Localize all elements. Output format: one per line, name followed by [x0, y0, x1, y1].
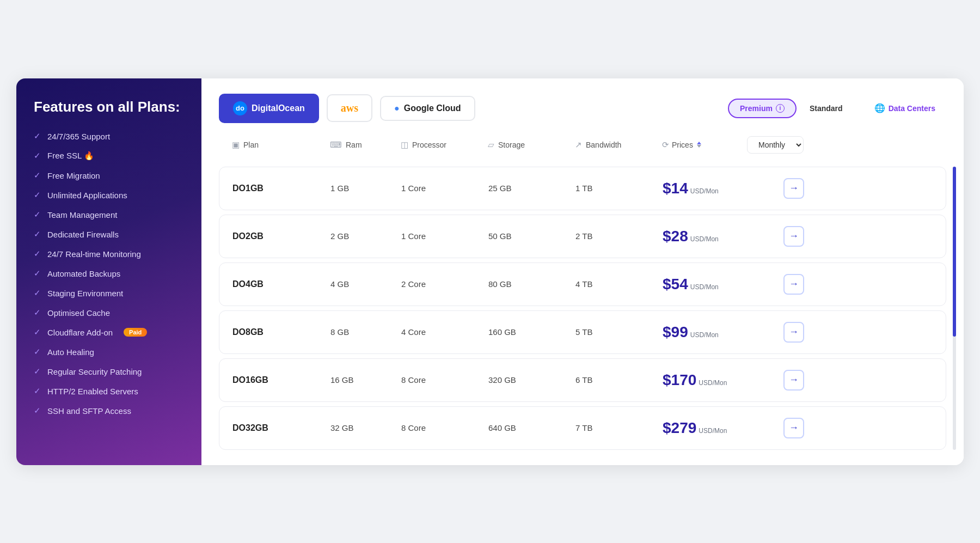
- plan-row-do8gb[interactable]: DO8GB 8 GB 4 Core 160 GB 5 TB $99 USD/Mo…: [219, 310, 946, 354]
- feature-item-cloudflare: ✓ Cloudflare Add-on Paid: [34, 327, 184, 337]
- do-logo: do: [233, 101, 247, 115]
- gc-icon: ●: [394, 103, 400, 113]
- plan-ram-do2gb: 2 GB: [330, 231, 401, 241]
- scroll-thumb: [953, 167, 956, 337]
- sidebar-title: Features on all Plans:: [34, 98, 184, 117]
- select-plan-btn-do16gb[interactable]: →: [783, 370, 804, 391]
- check-icon-firewalls: ✓: [34, 229, 41, 239]
- sort-icon: [697, 142, 701, 148]
- price-unit-do32gb: USD/Mon: [699, 427, 727, 435]
- select-plan-btn-do1gb[interactable]: →: [783, 178, 804, 199]
- feature-item-security: ✓ Regular Security Patching: [34, 367, 184, 376]
- check-icon-cloudflare: ✓: [34, 327, 41, 337]
- plan-storage-do16gb: 320 GB: [488, 375, 575, 385]
- th-storage: ▱ Storage: [488, 140, 575, 150]
- plan-name-do2gb: DO2GB: [232, 231, 330, 241]
- th-plan: ▣ Plan: [232, 140, 330, 150]
- price-main-do16gb: $170: [663, 371, 696, 389]
- th-storage-label: Storage: [498, 141, 525, 149]
- feature-label-monitoring: 24/7 Real-time Monitoring: [47, 249, 141, 259]
- feature-label-team: Team Management: [47, 210, 117, 219]
- plan-icon: ▣: [232, 140, 240, 150]
- storage-icon: ▱: [488, 140, 494, 150]
- price-main-do32gb: $279: [663, 419, 696, 437]
- check-icon-sftp: ✓: [34, 406, 41, 416]
- plan-bandwidth-do32gb: 7 TB: [575, 423, 663, 432]
- th-ram-label: Ram: [346, 141, 362, 149]
- plan-ram-do32gb: 32 GB: [330, 423, 401, 432]
- sidebar: Features on all Plans: ✓ 24/7/365 Suppor…: [16, 78, 201, 465]
- top-right-controls: Premium i Standard 🌐 Data Centers: [728, 99, 946, 118]
- plan-name-do8gb: DO8GB: [232, 327, 330, 337]
- provider-btn-googlecloud[interactable]: ● Google Cloud: [380, 96, 475, 121]
- feature-item-http2: ✓ HTTP/2 Enabled Servers: [34, 386, 184, 396]
- feature-label-migration: Free Migration: [47, 171, 100, 180]
- feature-label-backups: Automated Backups: [47, 269, 120, 278]
- provider-btn-digitalocean[interactable]: do DigitalOcean: [219, 94, 319, 123]
- plan-processor-do1gb: 1 Core: [401, 184, 488, 193]
- premium-info-icon[interactable]: i: [776, 104, 785, 113]
- price-unit-do1gb: USD/Mon: [690, 187, 719, 195]
- main-container: Features on all Plans: ✓ 24/7/365 Suppor…: [16, 78, 964, 465]
- feature-item-firewalls: ✓ Dedicated Firewalls: [34, 229, 184, 239]
- select-plan-btn-do2gb[interactable]: →: [783, 226, 804, 247]
- plan-processor-do16gb: 8 Core: [401, 375, 488, 385]
- plan-row-do2gb[interactable]: DO2GB 2 GB 1 Core 50 GB 2 TB $28 USD/Mon…: [219, 215, 946, 258]
- standard-btn[interactable]: Standard: [799, 100, 854, 117]
- prices-icon: ⟳: [662, 140, 669, 150]
- th-bandwidth-label: Bandwidth: [586, 141, 621, 149]
- plan-rows: DO1GB 1 GB 1 Core 25 GB 1 TB $14 USD/Mon…: [219, 167, 946, 450]
- plan-name-do16gb: DO16GB: [232, 375, 330, 385]
- plan-storage-do1gb: 25 GB: [488, 184, 575, 193]
- plan-bandwidth-do1gb: 1 TB: [575, 184, 663, 193]
- plan-row-do4gb[interactable]: DO4GB 4 GB 2 Core 80 GB 4 TB $54 USD/Mon…: [219, 263, 946, 306]
- plan-ram-do16gb: 16 GB: [330, 375, 401, 385]
- feature-label-sftp: SSH and SFTP Access: [47, 406, 131, 416]
- plan-processor-do2gb: 1 Core: [401, 231, 488, 241]
- price-unit-do4gb: USD/Mon: [690, 283, 719, 291]
- plan-price-do1gb: $14 USD/Mon: [663, 180, 771, 197]
- select-plan-btn-do8gb[interactable]: →: [783, 322, 804, 343]
- select-plan-btn-do4gb[interactable]: →: [783, 274, 804, 295]
- plan-row-do1gb[interactable]: DO1GB 1 GB 1 Core 25 GB 1 TB $14 USD/Mon…: [219, 167, 946, 210]
- billing-period-select[interactable]: MonthlyYearly: [747, 136, 804, 154]
- check-icon-apps: ✓: [34, 190, 41, 200]
- bandwidth-icon: ↗: [575, 140, 582, 150]
- price-unit-do2gb: USD/Mon: [690, 235, 719, 243]
- feature-label-support: 24/7/365 Support: [47, 132, 110, 141]
- plan-price-do32gb: $279 USD/Mon: [663, 419, 771, 437]
- feature-label-firewalls: Dedicated Firewalls: [47, 230, 119, 239]
- sort-up-icon: [697, 142, 701, 144]
- plan-row-do32gb[interactable]: DO32GB 32 GB 8 Core 640 GB 7 TB $279 USD…: [219, 406, 946, 450]
- aws-logo-text: aws: [341, 102, 358, 114]
- th-processor-label: Processor: [412, 141, 446, 149]
- provider-label-googlecloud: Google Cloud: [404, 103, 461, 113]
- check-icon-ssl: ✓: [34, 151, 41, 161]
- plan-price-do8gb: $99 USD/Mon: [663, 324, 771, 341]
- plan-processor-do8gb: 4 Core: [401, 327, 488, 337]
- plan-processor-do32gb: 8 Core: [401, 423, 488, 432]
- table-header: ▣ Plan ⌨ Ram ◫ Processor ▱ Storage ↗ Ban…: [219, 133, 946, 157]
- check-icon-cache: ✓: [34, 308, 41, 318]
- th-processor: ◫ Processor: [401, 140, 488, 150]
- premium-btn[interactable]: Premium i: [728, 99, 797, 118]
- ram-icon: ⌨: [330, 140, 342, 150]
- plan-bandwidth-do2gb: 2 TB: [575, 231, 663, 241]
- check-icon-backups: ✓: [34, 269, 41, 278]
- th-plan-label: Plan: [243, 141, 259, 149]
- plan-name-do1gb: DO1GB: [232, 184, 330, 193]
- plan-storage-do4gb: 80 GB: [488, 279, 575, 289]
- provider-btn-aws[interactable]: aws: [327, 94, 372, 122]
- plan-bandwidth-do4gb: 4 TB: [575, 279, 663, 289]
- feature-label-healing: Auto Healing: [47, 347, 94, 357]
- main-content: do DigitalOcean aws ● Google Cloud Premi…: [201, 78, 964, 465]
- feature-item-apps: ✓ Unlimited Applications: [34, 190, 184, 200]
- provider-tabs: do DigitalOcean aws ● Google Cloud: [219, 94, 475, 123]
- feature-label-ssl: Free SSL 🔥: [47, 151, 94, 161]
- plan-row-do16gb[interactable]: DO16GB 16 GB 8 Core 320 GB 6 TB $170 USD…: [219, 358, 946, 402]
- select-plan-btn-do32gb[interactable]: →: [783, 418, 804, 438]
- feature-item-staging: ✓ Staging Environment: [34, 288, 184, 298]
- billing-select-container: MonthlyYearly: [771, 136, 804, 154]
- data-centers-btn[interactable]: 🌐 Data Centers: [863, 99, 946, 118]
- check-icon-support: ✓: [34, 131, 41, 141]
